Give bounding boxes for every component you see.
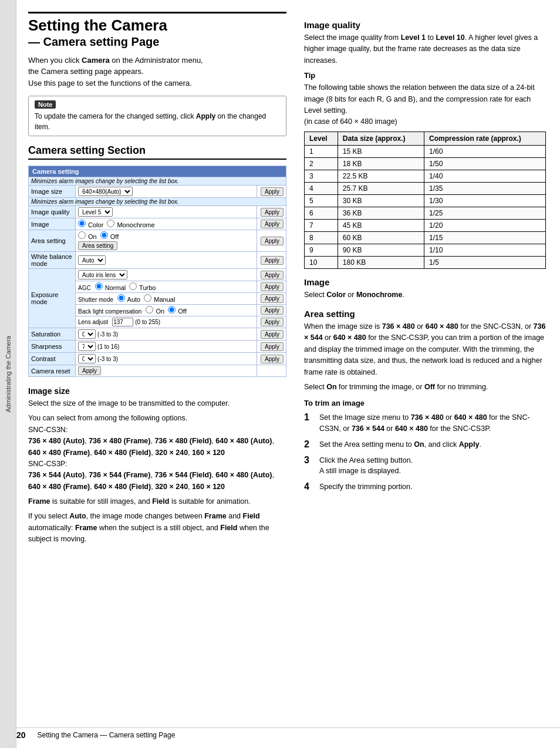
sharpness-range: (1 to 16) [97, 343, 119, 350]
backlight-radio-group: On Off [146, 306, 186, 315]
lens-adjust-apply-button[interactable]: Apply [261, 318, 284, 326]
table-row: 530 KB1/30 [305, 194, 546, 207]
lens-adjust-label: Lens adjust [78, 319, 108, 325]
image-quality-label: Image quality [29, 206, 76, 218]
area-setting-body2: Select On for trimming the image, or Off… [304, 382, 546, 393]
image-size-apply-cell: Apply [257, 186, 286, 198]
sharpness-apply-cell: Apply [257, 341, 286, 353]
backlight-on-radio[interactable] [146, 306, 153, 314]
contrast-range: (-3 to 3) [97, 356, 118, 362]
backlight-off-radio[interactable] [168, 306, 176, 314]
table-row: 115 KB1/60 [305, 145, 546, 157]
area-off-radio[interactable] [100, 231, 108, 239]
step-4: 4 Specify the trimming portion. [304, 481, 546, 493]
area-off-option[interactable]: Off [100, 231, 119, 240]
image-quality-select[interactable]: Level 5 [78, 207, 113, 217]
area-on-radio[interactable] [78, 231, 86, 239]
lens-adjust-cell: Lens adjust (0 to 255) [76, 316, 257, 328]
table-row: 990 KB1/10 [305, 244, 546, 256]
image-quality-apply-button[interactable]: Apply [261, 208, 284, 217]
backlight-on-option[interactable]: On [146, 306, 164, 315]
camera-reset-label: Camera reset [29, 365, 76, 377]
white-balance-apply-cell: Apply [257, 252, 286, 269]
contrast-select[interactable]: 0 [78, 354, 96, 363]
image-quality-section: Image quality Select the image quality f… [304, 20, 546, 269]
saturation-apply-cell: Apply [257, 328, 286, 341]
table-row: 636 KB1/25 [305, 207, 546, 219]
camera-reset-apply-button[interactable]: Apply [78, 366, 101, 375]
shutter-apply-button[interactable]: Apply [261, 294, 284, 303]
table-row: 10180 KB1/5 [305, 256, 546, 268]
camera-setting-table: Camera setting Minimizes alarm images ch… [28, 166, 286, 377]
area-setting-section: Area setting When the image size is 736 … [304, 309, 546, 493]
agc-normal-radio[interactable] [95, 282, 103, 290]
image-label: Image [29, 218, 76, 230]
agc-turbo-option[interactable]: Turbo [129, 282, 156, 291]
area-apply-button[interactable]: Apply [261, 237, 284, 245]
white-balance-cell: Auto [76, 252, 257, 269]
col-level: Level [305, 132, 338, 145]
image-mono-option[interactable]: Monochrome [107, 220, 154, 228]
agc-normal-option[interactable]: Normal [95, 282, 126, 291]
table-row: 322.5 KB1/40 [305, 170, 546, 182]
white-balance-label: White balance mode [29, 252, 76, 269]
image-quality-info: Minimizes alarm images change by selecti… [29, 198, 286, 206]
image-section-body: Select Color or Monochrome. [304, 289, 546, 301]
white-balance-apply-button[interactable]: Apply [261, 256, 284, 265]
page-footer: 20 Setting the Camera — Camera setting P… [16, 727, 560, 740]
image-apply-button[interactable]: Apply [261, 220, 284, 228]
backlight-off-option[interactable]: Off [168, 306, 187, 315]
exposure-lens-select[interactable]: Auto iris lens [78, 270, 127, 279]
table-row: 860 KB1/15 [305, 231, 546, 244]
step-4-text: Specify the trimming portion. [319, 481, 412, 493]
shutter-manual-option[interactable]: Manual [144, 294, 175, 303]
agc-apply-button[interactable]: Apply [261, 282, 284, 291]
area-setting-button[interactable]: Area setting [78, 241, 117, 250]
step-3-text: Click the Area setting button.A still im… [319, 455, 413, 477]
agc-turbo-radio[interactable] [129, 282, 137, 290]
image-radio-cell: Color Monochrome [76, 218, 257, 230]
image-color-option[interactable]: Color [78, 220, 103, 228]
shutter-cell: Shutter mode Auto Manual [76, 293, 257, 305]
step-list: 1 Set the Image size menu to 736 × 480 o… [304, 412, 546, 493]
white-balance-select[interactable]: Auto [78, 255, 106, 265]
image-size-body3: Frame is suitable for still images, and … [28, 496, 286, 507]
table-row: 425.7 KB1/35 [305, 182, 546, 194]
step-1: 1 Set the Image size menu to 736 × 480 o… [304, 412, 546, 434]
backlight-apply-cell: Apply [257, 305, 286, 316]
saturation-select[interactable]: 0 [78, 329, 96, 339]
image-size-select[interactable]: 640×480(Auto) [78, 187, 133, 196]
shutter-label: Shutter mode [78, 296, 113, 303]
area-on-option[interactable]: On [78, 231, 97, 240]
table-header: Camera setting [29, 166, 286, 177]
contrast-apply-cell: Apply [257, 353, 286, 365]
shutter-auto-option[interactable]: Auto [117, 294, 140, 303]
sharpness-apply-button[interactable]: Apply [261, 342, 284, 351]
image-mono-radio[interactable] [107, 220, 114, 227]
col-datasize: Data size (approx.) [338, 132, 424, 145]
image-size-body1: Select the size of the image to be trans… [28, 398, 286, 409]
sharpness-select[interactable]: 7 [78, 342, 96, 351]
area-setting-section-title: Area setting [304, 309, 546, 319]
backlight-cell: Back light compensation On Off [76, 305, 257, 316]
intro-text: When you click Camera on the Administrat… [28, 55, 286, 89]
page-title: Setting the Camera [28, 12, 286, 34]
backlight-apply-button[interactable]: Apply [261, 306, 284, 315]
shutter-auto-radio[interactable] [117, 294, 125, 302]
exposure-lens-apply-button[interactable]: Apply [261, 271, 284, 279]
col-compression: Compression rate (approx.) [424, 132, 546, 145]
shutter-manual-radio[interactable] [144, 294, 151, 302]
image-size-select-cell: 640×480(Auto) [76, 186, 257, 198]
image-size-apply-button[interactable]: Apply [261, 187, 284, 196]
contrast-apply-button[interactable]: Apply [261, 355, 284, 363]
saturation-apply-button[interactable]: Apply [261, 330, 284, 339]
image-color-radio[interactable] [78, 220, 86, 227]
page-number: 20 [16, 730, 26, 740]
exposure-lens-apply-cell: Apply [257, 269, 286, 281]
shutter-radio-group: Auto Manual [117, 294, 175, 303]
image-section-title: Image [304, 277, 546, 287]
lens-adjust-input[interactable] [112, 318, 133, 326]
camera-reset-apply-empty [257, 365, 286, 377]
lens-adjust-range: (0 to 255) [135, 319, 160, 325]
note-box: Note To update the camera for the change… [28, 96, 286, 136]
